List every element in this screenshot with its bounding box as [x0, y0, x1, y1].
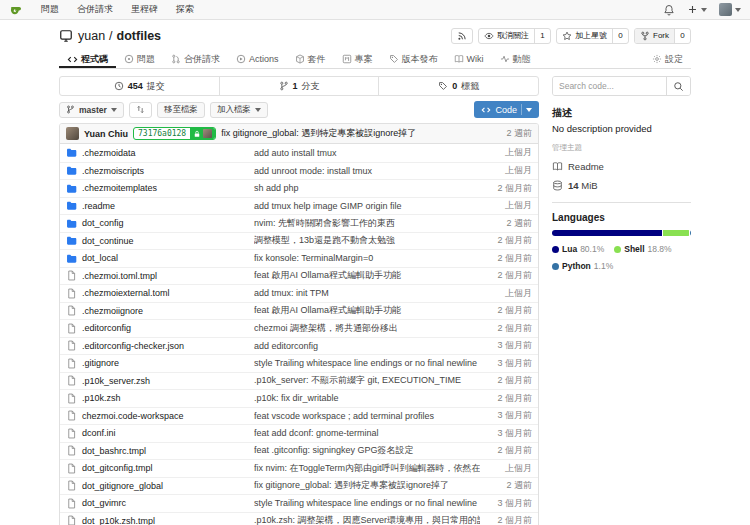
commit-message-link[interactable]: .p10k: fix dir_writable [254, 393, 480, 403]
tab-projects[interactable]: 專案 [334, 50, 381, 68]
table-row[interactable]: dot_local fix konsole: TerminalMargin=0 … [60, 249, 538, 267]
file-name-link[interactable]: .chezmoiscripts [82, 166, 144, 176]
language-item[interactable]: Lua 80.1% [552, 244, 604, 254]
commit-message-link[interactable]: .p10k_server: 不顯示前綴字 git, EXECUTION_TIME [254, 374, 480, 387]
compare-button[interactable] [129, 102, 152, 118]
table-row[interactable]: .chezmoiignore feat 啟用AI Ollama程式編輯助手功能 … [60, 302, 538, 320]
manage-topics-link[interactable]: 管理主題 [552, 143, 691, 153]
readme-row[interactable]: Readme [552, 161, 691, 172]
commit-message-link[interactable]: chezmoi 調整架構，將共通部份移出 [254, 322, 480, 335]
tab-wiki[interactable]: Wiki [446, 50, 492, 68]
commit-message-link[interactable]: add tmux: init TPM [254, 288, 480, 298]
table-row[interactable]: .gitignore style Trailing whitespace lin… [60, 354, 538, 372]
forks-count[interactable]: 0 [674, 29, 690, 43]
create-new-dropdown[interactable] [687, 4, 707, 15]
commit-message-link[interactable]: style Trailing whitespace line endings o… [254, 358, 480, 368]
commit-message-link[interactable]: feat vscode workspace ; add terminal pro… [254, 411, 480, 421]
search-button[interactable] [666, 77, 690, 95]
table-row[interactable]: .p10k.zsh .p10k: fix dir_writable 2 個月前 [60, 389, 538, 407]
file-name-link[interactable]: .p10k_server.zsh [82, 376, 150, 386]
table-row[interactable]: dot_gitignore_global fix gitignore_globa… [60, 477, 538, 495]
file-name-link[interactable]: .chezmoidata [82, 148, 136, 158]
table-row[interactable]: .editorconfig-checker.json add editorcon… [60, 337, 538, 355]
commit-message-link[interactable]: add editorconfig [254, 341, 480, 351]
file-name-link[interactable]: .chezmoitemplates [82, 183, 157, 193]
commit-message-link[interactable]: feat 啟用AI Ollama程式編輯助手功能 [254, 269, 480, 282]
file-name-link[interactable]: dot_gitignore_global [82, 481, 163, 491]
rss-button[interactable] [451, 28, 473, 44]
table-row[interactable]: .p10k_server.zsh .p10k_server: 不顯示前綴字 gi… [60, 372, 538, 390]
commit-message-link[interactable]: feat 啟用AI Ollama程式編輯助手功能 [254, 304, 480, 317]
commit-message-link[interactable]: sh add php [254, 183, 480, 193]
commit-message-link[interactable]: fix gitignore_global: 遇到特定專案被誤ignore掉了 [254, 479, 480, 492]
table-row[interactable]: dot_gvimrc style Trailing whitespace lin… [60, 494, 538, 512]
file-name-link[interactable]: dot_continue [82, 236, 134, 246]
file-name-link[interactable]: chezmoi.code-workspace [82, 411, 184, 421]
nav-pull-requests[interactable]: 合併請求 [77, 3, 113, 16]
tab-actions[interactable]: Actions [228, 50, 287, 68]
user-menu-dropdown[interactable] [719, 3, 741, 16]
tab-releases[interactable]: 版本發布 [381, 50, 446, 68]
commit-hash-badge[interactable]: 73176a0128 [133, 127, 216, 140]
file-name-link[interactable]: dot_config [82, 218, 124, 228]
file-name-link[interactable]: .gitignore [82, 358, 119, 368]
file-name-link[interactable]: .chezmoiexternal.toml [82, 288, 170, 298]
search-input[interactable] [553, 77, 666, 95]
file-name-link[interactable]: dot_gvimrc [82, 498, 126, 508]
file-name-link[interactable]: dot_local [82, 253, 118, 263]
commit-message-link[interactable]: add auto install tmux [254, 148, 480, 158]
file-name-link[interactable]: dot_p10k.zsh.tmpl [82, 516, 155, 525]
language-item[interactable]: Shell 18.8% [614, 244, 671, 254]
gitea-logo[interactable] [9, 3, 23, 17]
table-row[interactable]: dot_p10k.zsh.tmpl .p10k.zsh: 調整架構，因應Serv… [60, 512, 538, 525]
commit-message-link[interactable]: feat add dconf: gnome-terminal [254, 428, 480, 438]
file-name-link[interactable]: .p10k.zsh [82, 393, 121, 403]
table-row[interactable]: .chezmoidata add auto install tmux 上個月 [60, 144, 538, 162]
table-row[interactable]: .chezmoiscripts add unroot mode: install… [60, 162, 538, 180]
latest-commit-message[interactable]: fix gitignore_global: 遇到特定專案被誤ignore掉了 [221, 127, 416, 140]
fork-button[interactable]: Fork [635, 29, 674, 43]
nav-milestones[interactable]: 里程碑 [131, 3, 158, 16]
tab-pull-requests[interactable]: 合併請求 [163, 50, 228, 68]
table-row[interactable]: .chezmoitemplates sh add php 2 個月前 [60, 179, 538, 197]
table-row[interactable]: chezmoi.code-workspace feat vscode works… [60, 407, 538, 425]
table-row[interactable]: .chezmoi.toml.tmpl feat 啟用AI Ollama程式編輯助… [60, 267, 538, 285]
commit-message-link[interactable]: fix konsole: TerminalMargin=0 [254, 253, 480, 263]
file-name-link[interactable]: .editorconfig-checker.json [82, 341, 184, 351]
repo-owner-link[interactable]: yuan [78, 29, 105, 43]
nav-explore[interactable]: 探索 [176, 3, 194, 16]
tab-settings[interactable]: 設定 [644, 50, 691, 68]
table-row[interactable]: .editorconfig chezmoi 調整架構，將共通部份移出 2 個月前 [60, 319, 538, 337]
star-button[interactable]: 加上星號 [557, 29, 612, 43]
commit-message-link[interactable]: add unroot mode: install tmux [254, 166, 480, 176]
table-row[interactable]: dot_continue 調整模型，13b還是跑不動會太勉強 2 個月前 [60, 232, 538, 250]
file-name-link[interactable]: .chezmoiignore [82, 306, 143, 316]
commit-message-link[interactable]: nvim: 先暫時關閉會影響工作的東西 [254, 217, 480, 230]
repo-name-link[interactable]: dotfiles [117, 29, 161, 43]
commit-message-link[interactable]: feat .gitconfig: signingkey GPG簽名設定 [254, 444, 480, 457]
branch-selector[interactable]: master [59, 102, 124, 118]
commit-author-link[interactable]: Yuan Chiu [84, 129, 128, 139]
watchers-count[interactable]: 1 [534, 29, 550, 43]
table-row[interactable]: dot_gitconfig.tmpl fix nvim: 在ToggleTerm… [60, 459, 538, 477]
add-file-button[interactable]: 加入檔案 [210, 102, 268, 118]
table-row[interactable]: dot_config nvim: 先暫時關閉會影響工作的東西 2 週前 [60, 214, 538, 232]
file-name-link[interactable]: dconf.ini [82, 428, 116, 438]
branches-stat[interactable]: 1 分支 [219, 77, 379, 95]
unwatch-button[interactable]: 取消關注 [479, 29, 534, 43]
file-name-link[interactable]: .chezmoi.toml.tmpl [82, 271, 157, 281]
file-name-link[interactable]: dot_gitconfig.tmpl [82, 463, 153, 473]
file-name-link[interactable]: .readme [82, 201, 115, 211]
commit-message-link[interactable]: .p10k.zsh: 調整架構，因應Server環境專用，與日常用的設定檔切開 [254, 514, 480, 525]
nav-issues[interactable]: 問題 [41, 3, 59, 16]
commits-stat[interactable]: 454 提交 [60, 77, 219, 95]
commit-message-link[interactable]: add tmux help image GIMP origin file [254, 201, 480, 211]
file-name-link[interactable]: dot_bashrc.tmpl [82, 446, 146, 456]
tab-issues[interactable]: 問題 [116, 50, 163, 68]
commit-message-link[interactable]: 調整模型，13b還是跑不動會太勉強 [254, 234, 480, 247]
tab-activity[interactable]: 動態 [492, 50, 539, 68]
tab-code[interactable]: 程式碼 [59, 50, 116, 68]
table-row[interactable]: dot_bashrc.tmpl feat .gitconfig: signing… [60, 442, 538, 460]
file-name-link[interactable]: .editorconfig [82, 323, 131, 333]
commit-message-link[interactable]: fix nvim: 在ToggleTerm內部由git呼叫到編輯器時，依然在Te… [254, 462, 480, 475]
